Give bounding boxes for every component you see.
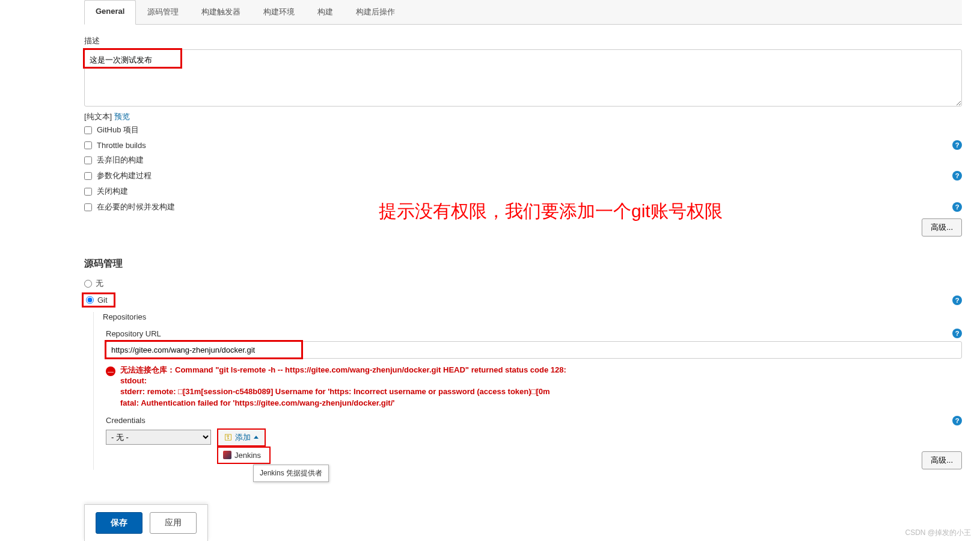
help-icon[interactable]: ? xyxy=(952,202,962,212)
help-icon[interactable]: ? xyxy=(952,140,962,150)
tab-env[interactable]: 构建环境 xyxy=(252,0,306,24)
advanced-button-scm[interactable]: 高级... xyxy=(922,451,962,469)
config-tabs: General 源码管理 构建触发器 构建环境 构建 构建后操作 xyxy=(84,0,962,25)
advanced-button[interactable]: 高级... xyxy=(922,218,962,236)
scm-git-label: Git xyxy=(97,295,108,305)
throttle-label: Throttle builds xyxy=(97,141,146,150)
param-checkbox[interactable] xyxy=(84,172,92,180)
add-credentials-button[interactable]: ⚿ 添加 xyxy=(217,428,266,447)
preview-link[interactable]: 预览 xyxy=(114,112,130,121)
help-icon[interactable]: ? xyxy=(952,171,962,181)
help-icon[interactable]: ? xyxy=(952,295,962,305)
credentials-dropdown-item[interactable]: Jenkins xyxy=(217,447,271,464)
tab-post[interactable]: 构建后操作 xyxy=(345,0,406,24)
scm-none-label: 无 xyxy=(96,278,103,289)
repo-url-input[interactable] xyxy=(106,341,962,359)
help-icon[interactable]: ? xyxy=(952,329,962,338)
plaintext-label: [纯文本] xyxy=(84,112,112,121)
repositories-label: Repositories xyxy=(103,312,962,321)
concurrent-checkbox[interactable] xyxy=(84,203,92,211)
caret-up-icon xyxy=(254,436,259,439)
error-icon: — xyxy=(106,366,115,376)
help-icon[interactable]: ? xyxy=(952,416,962,425)
tab-scm[interactable]: 源码管理 xyxy=(136,0,190,24)
repo-url-label: Repository URL xyxy=(106,329,161,338)
github-project-label: GitHub 项目 xyxy=(97,125,139,135)
jenkins-icon xyxy=(223,451,231,459)
tab-build[interactable]: 构建 xyxy=(306,0,345,24)
concurrent-label: 在必要的时候并发构建 xyxy=(97,202,175,212)
credentials-select[interactable]: - 无 - xyxy=(106,430,211,445)
scm-git-radio[interactable] xyxy=(86,296,94,304)
discard-checkbox[interactable] xyxy=(84,156,92,164)
scm-none-radio[interactable] xyxy=(84,280,92,288)
discard-label: 丢弃旧的构建 xyxy=(97,155,144,165)
scm-section-title: 源码管理 xyxy=(84,258,962,270)
credentials-label: Credentials xyxy=(106,416,145,425)
github-project-checkbox[interactable] xyxy=(84,126,92,134)
close-checkbox[interactable] xyxy=(84,188,92,196)
error-message: 无法连接仓库：Command "git ls-remote -h -- http… xyxy=(120,365,566,409)
throttle-checkbox[interactable] xyxy=(84,141,92,149)
description-label: 描述 xyxy=(84,36,962,46)
key-icon: ⚿ xyxy=(224,433,232,442)
credentials-tooltip: Jenkins 凭据提供者 xyxy=(253,465,329,482)
description-textarea[interactable] xyxy=(84,49,962,107)
param-label: 参数化构建过程 xyxy=(97,170,152,181)
tab-general[interactable]: General xyxy=(84,0,136,25)
close-label: 关闭构建 xyxy=(97,186,128,197)
tab-triggers[interactable]: 构建触发器 xyxy=(190,0,252,24)
